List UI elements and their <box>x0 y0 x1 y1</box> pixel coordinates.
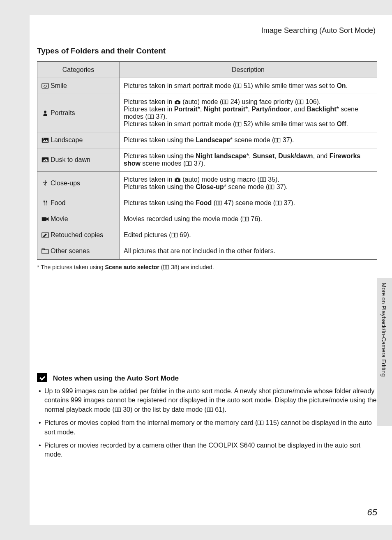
category-label: Landscape <box>51 136 83 143</box>
movie-icon <box>42 216 49 222</box>
description-cell: Pictures taken in (auto) mode using macr… <box>120 172 377 195</box>
category-cell: Landscape <box>37 132 120 148</box>
description-cell: Pictures taken using the Night landscape… <box>120 148 377 172</box>
notes-list: Up to 999 images can be added per folder… <box>37 387 377 459</box>
description-cell: Pictures taken using the Food ( 47) scen… <box>120 195 377 211</box>
portrait-icon <box>42 110 49 116</box>
page-ref-icon <box>216 200 222 205</box>
notes-heading-text: Notes when using the Auto Sort Mode <box>53 374 179 382</box>
smile-icon <box>42 83 49 89</box>
description-cell: Pictures taken using the Landscape* scen… <box>120 132 377 148</box>
page-ref-icon <box>297 99 304 104</box>
notes-heading: Notes when using the Auto Sort Mode <box>37 373 377 383</box>
category-label: Retouched copies <box>51 231 103 238</box>
category-label: Other scenes <box>51 247 90 254</box>
table-row: Other scenesAll pictures that are not in… <box>37 243 377 260</box>
page-ref-icon <box>171 232 178 237</box>
list-item: Up to 999 images can be added per folder… <box>37 387 377 414</box>
th-categories: Categories <box>37 62 120 78</box>
category-label: Close-ups <box>51 180 80 187</box>
description-cell: Edited pictures ( 69). <box>120 227 377 243</box>
description-cell: Pictures taken in (auto) mode ( 24) usin… <box>120 94 377 132</box>
category-cell: Smile <box>37 78 120 94</box>
camera-icon <box>174 99 181 104</box>
table-row: LandscapePictures taken using the Landsc… <box>37 132 377 148</box>
food-icon <box>42 200 49 206</box>
description-cell: Pictures taken in smart portrait mode ( … <box>120 78 377 94</box>
section-heading: Types of Folders and their Content <box>37 46 377 55</box>
document-page: Image Searching (Auto Sort Mode) Types o… <box>30 15 392 525</box>
page-breadcrumb: Image Searching (Auto Sort Mode) <box>37 26 376 35</box>
page-ref-icon <box>207 406 213 411</box>
side-tab: More on Playback/In-Camera Editing <box>377 278 392 426</box>
page-ref-icon <box>274 137 281 142</box>
page-ref-icon <box>222 99 228 104</box>
table-row: Dusk to dawnPictures taken using the Nig… <box>37 148 377 172</box>
list-item: Pictures or movies copied from the inter… <box>37 418 377 437</box>
page-ref-icon <box>260 176 266 181</box>
table-row: PortraitsPictures taken in (auto) mode (… <box>37 94 377 132</box>
folders-table: Categories Description SmilePictures tak… <box>37 61 377 260</box>
category-label: Food <box>51 199 65 206</box>
category-cell: Dusk to dawn <box>37 148 120 172</box>
table-footnote: * The pictures taken using Scene auto se… <box>37 264 377 270</box>
camera-icon <box>174 176 181 181</box>
list-item: Pictures or movies recorded by a camera … <box>37 441 377 459</box>
page-ref-icon <box>242 216 249 221</box>
category-cell: Movie <box>37 211 120 227</box>
category-cell: Retouched copies <box>37 227 120 243</box>
table-row: Close-upsPictures taken in (auto) mode u… <box>37 172 377 195</box>
category-cell: Food <box>37 195 120 211</box>
description-cell: Movies recorded using the movie mode ( 7… <box>120 211 377 227</box>
page-number: 65 <box>367 507 377 518</box>
category-cell: Portraits <box>37 94 120 132</box>
page-ref-icon <box>268 184 274 189</box>
page-ref-icon <box>163 264 169 269</box>
table-row: Retouched copiesEdited pictures ( 69). <box>37 227 377 243</box>
dusk-icon <box>42 157 49 163</box>
table-row: MovieMovies recorded using the movie mod… <box>37 211 377 227</box>
table-row: SmilePictures taken in smart portrait mo… <box>37 78 377 94</box>
category-cell: Close-ups <box>37 172 120 195</box>
side-tab-text: More on Playback/In-Camera Editing <box>377 278 390 382</box>
page-ref-icon <box>257 419 264 424</box>
other-icon <box>42 248 49 254</box>
category-label: Movie <box>51 215 68 222</box>
notes-section: Notes when using the Auto Sort Mode Up t… <box>37 373 377 459</box>
th-description: Description <box>120 62 377 78</box>
page-ref-icon <box>235 121 242 126</box>
page-ref-icon <box>148 113 154 118</box>
closeup-icon <box>42 180 49 186</box>
page-ref-icon <box>115 406 121 411</box>
category-cell: Other scenes <box>37 243 120 260</box>
category-label: Portraits <box>51 109 75 116</box>
category-label: Dusk to dawn <box>51 156 90 163</box>
landscape-icon <box>42 137 49 143</box>
category-label: Smile <box>51 82 67 89</box>
retouch-icon <box>42 232 49 238</box>
page-ref-icon <box>235 83 242 88</box>
check-icon <box>37 373 47 382</box>
description-cell: All pictures that are not included in th… <box>120 243 377 260</box>
page-ref-icon <box>275 200 282 205</box>
page-ref-icon <box>185 160 192 165</box>
table-row: FoodPictures taken using the Food ( 47) … <box>37 195 377 211</box>
